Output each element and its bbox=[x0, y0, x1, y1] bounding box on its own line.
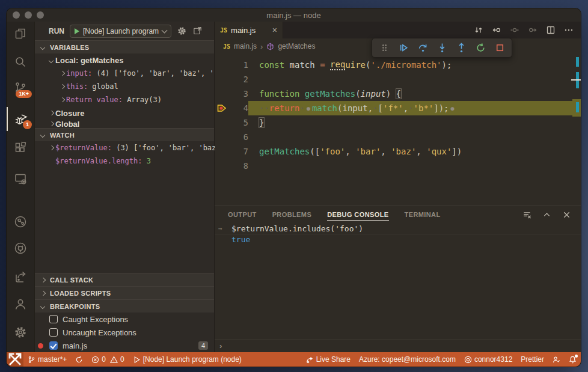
breakpoints-list: Caught ExceptionsUncaught Exceptionsmain… bbox=[35, 313, 214, 352]
more-actions-icon[interactable] bbox=[564, 25, 574, 35]
breakpoint-current-frame-icon[interactable] bbox=[215, 104, 229, 112]
configure-gear-icon[interactable] bbox=[177, 26, 187, 36]
share-session-icon[interactable] bbox=[7, 265, 34, 289]
search-icon[interactable] bbox=[7, 50, 34, 74]
step-into-button[interactable] bbox=[433, 40, 450, 56]
navigate-back-icon[interactable] bbox=[492, 25, 501, 35]
remote-explorer-icon[interactable] bbox=[7, 166, 34, 191]
chevron-icon bbox=[47, 58, 55, 63]
live-share-label: Live Share bbox=[316, 355, 351, 364]
code-line[interactable]: 1const match = require('./micromatch'); bbox=[215, 58, 581, 72]
step-over-button[interactable] bbox=[414, 40, 431, 56]
code-line[interactable]: 6 bbox=[215, 130, 581, 144]
debug-target-status[interactable]: [Node] Launch program (node) bbox=[129, 352, 246, 367]
chevron-icon bbox=[58, 98, 66, 102]
breakpoint-checkbox[interactable] bbox=[49, 341, 58, 350]
explorer-icon[interactable] bbox=[7, 22, 34, 46]
maximize-panel-icon[interactable] bbox=[542, 210, 551, 219]
problems-status[interactable]: 0 0 bbox=[87, 352, 128, 367]
step-out-button[interactable] bbox=[453, 40, 470, 56]
scope-row[interactable]: Global bbox=[35, 120, 214, 128]
variable-name: Return value: bbox=[66, 96, 127, 104]
code-editor[interactable]: 1const match = require('./micromatch');2… bbox=[215, 54, 581, 205]
source-control-icon[interactable]: 1K+ bbox=[7, 76, 34, 100]
variable-row[interactable]: input: (4) ['foo', 'bar', 'baz', 'qux'] bbox=[35, 67, 214, 80]
run-label: RUN bbox=[49, 27, 64, 35]
breadcrumb-file[interactable]: main.js bbox=[234, 42, 257, 50]
code-line[interactable]: 8 bbox=[215, 159, 581, 173]
notifications-status[interactable] bbox=[565, 352, 581, 367]
variable-name: $returnValue.length: bbox=[55, 157, 147, 165]
settings-gear-icon[interactable] bbox=[7, 320, 34, 344]
panel-tab-terminal[interactable]: TERMINAL bbox=[405, 209, 441, 221]
restart-button[interactable] bbox=[472, 40, 489, 56]
console-result-row[interactable]: true bbox=[215, 234, 581, 245]
live-share-status[interactable]: Live Share bbox=[302, 352, 355, 367]
git-branch-status[interactable]: master*+ bbox=[23, 352, 71, 367]
watch-section-header[interactable]: WATCH bbox=[35, 128, 214, 141]
azure-account-status[interactable]: Azure: copeet@microsoft.com bbox=[355, 352, 460, 367]
loaded-scripts-section-header[interactable]: LOADED SCRIPTS bbox=[35, 286, 214, 299]
code-line[interactable]: 2 bbox=[215, 72, 581, 87]
code-token: , bbox=[416, 147, 426, 156]
breakpoint-checkbox[interactable] bbox=[49, 328, 58, 337]
status-bar: master*+ 0 0 [Node] Launch program (node… bbox=[7, 352, 581, 367]
variables-title: VARIABLES bbox=[50, 44, 89, 51]
breadcrumb-symbol[interactable]: getMatches bbox=[278, 42, 315, 50]
variables-section-header[interactable]: VARIABLES bbox=[35, 40, 214, 53]
live-share-icon[interactable] bbox=[7, 210, 34, 234]
account-icon[interactable] bbox=[7, 292, 34, 316]
call-stack-section-header[interactable]: CALL STACK bbox=[35, 273, 214, 286]
line-number: 6 bbox=[229, 132, 248, 142]
panel-tab-output[interactable]: OUTPUT bbox=[228, 209, 257, 221]
breakpoint-row[interactable]: Uncaught Exceptions bbox=[35, 326, 214, 339]
branch-icon bbox=[28, 356, 35, 364]
feedback-status[interactable] bbox=[548, 352, 565, 367]
tab-main-js[interactable]: JS main.js × bbox=[215, 22, 283, 38]
code-line[interactable]: 7getMatches(['foo', 'bar', 'baz', 'qux']… bbox=[215, 144, 581, 159]
code-line[interactable]: 4··return·●match(input,·['f*',·'b*']);● bbox=[215, 101, 581, 115]
close-tab-icon[interactable]: × bbox=[272, 25, 277, 35]
prettier-status[interactable]: Prettier bbox=[516, 352, 548, 367]
console-input[interactable]: › bbox=[215, 339, 581, 352]
breakpoint-row[interactable]: main.js4 bbox=[35, 339, 214, 352]
breakpoints-section-header[interactable]: BREAKPOINTS bbox=[35, 299, 214, 313]
debug-sidebar: RUN [Node] Launch program VARIABLES Loca… bbox=[35, 22, 215, 352]
console-expression-row[interactable]: → $returnValue.includes('foo') bbox=[215, 224, 581, 234]
variable-row[interactable]: $returnValue: (3) ['foo', 'bar', 'baz'] bbox=[35, 141, 214, 154]
panel-tab-debug-console[interactable]: DEBUG CONSOLE bbox=[327, 209, 388, 221]
continue-button[interactable] bbox=[395, 40, 412, 56]
variable-row[interactable]: $returnValue.length: 3 bbox=[35, 154, 214, 168]
code-line[interactable]: 3function getMatches(input) { bbox=[215, 87, 581, 101]
scope-label: Local: getMatches bbox=[55, 56, 123, 65]
remote-indicator[interactable] bbox=[7, 352, 23, 367]
launch-config-dropdown[interactable]: [Node] Launch program bbox=[70, 25, 171, 38]
start-debug-icon[interactable] bbox=[75, 28, 79, 34]
breakpoint-row[interactable]: Caught Exceptions bbox=[35, 313, 214, 326]
close-panel-icon[interactable] bbox=[562, 210, 571, 219]
breakpoint-label: Uncaught Exceptions bbox=[63, 328, 136, 337]
open-changes-icon[interactable] bbox=[474, 25, 483, 35]
code-token: return bbox=[269, 103, 300, 113]
github-icon[interactable] bbox=[7, 236, 34, 260]
panel-tab-problems[interactable]: PROBLEMS bbox=[272, 209, 312, 221]
breakpoint-checkbox[interactable] bbox=[49, 315, 58, 323]
line-content: getMatches(['foo', 'bar', 'baz', 'qux']) bbox=[248, 144, 581, 159]
extensions-icon[interactable] bbox=[7, 136, 34, 160]
code-line[interactable]: 5} bbox=[215, 115, 581, 130]
stop-button[interactable] bbox=[491, 40, 508, 56]
clear-console-icon[interactable] bbox=[522, 210, 531, 219]
scope-row[interactable]: Closure bbox=[35, 106, 214, 120]
sync-status[interactable] bbox=[71, 352, 87, 367]
code-token: · bbox=[373, 103, 378, 113]
code-token: match bbox=[290, 60, 315, 70]
debug-console-output[interactable]: → $returnValue.includes('foo') true bbox=[215, 224, 581, 339]
split-editor-icon[interactable] bbox=[546, 25, 556, 35]
variable-row[interactable]: Return value: Array(3) bbox=[35, 93, 214, 106]
run-debug-icon[interactable]: 1 bbox=[7, 107, 34, 131]
debug-console-icon[interactable] bbox=[192, 26, 203, 36]
variable-row[interactable]: this: global bbox=[35, 80, 214, 93]
toolbar-drag-handle[interactable] bbox=[376, 40, 393, 56]
scope-row[interactable]: Local: getMatches bbox=[35, 53, 214, 67]
github-user-status[interactable]: connor4312 bbox=[460, 352, 516, 367]
